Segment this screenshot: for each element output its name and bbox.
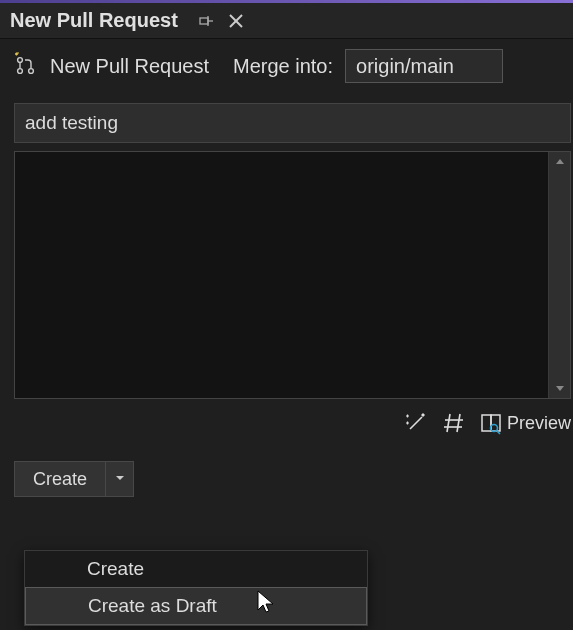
svg-rect-14 <box>491 415 500 431</box>
preview-button[interactable]: Preview <box>479 411 571 435</box>
target-branch-value: origin/main <box>356 55 454 78</box>
pr-description-container <box>14 151 571 399</box>
merge-into-label: Merge into: <box>233 55 333 78</box>
create-button-label: Create <box>33 469 87 490</box>
svg-rect-0 <box>200 18 208 24</box>
scroll-down-icon[interactable] <box>549 378 570 398</box>
menu-item-create[interactable]: Create <box>25 551 367 587</box>
menu-item-create-as-draft[interactable]: Create as Draft <box>25 587 367 625</box>
description-toolbar: Preview <box>14 403 571 443</box>
create-dropdown-menu: Create Create as Draft <box>24 550 368 626</box>
description-scrollbar[interactable] <box>548 152 570 398</box>
ai-suggest-button[interactable] <box>403 410 429 436</box>
reference-button[interactable] <box>441 410 467 436</box>
preview-label: Preview <box>507 413 571 434</box>
svg-line-10 <box>457 414 460 432</box>
panel-title: New Pull Request <box>10 9 178 32</box>
scroll-up-icon[interactable] <box>549 152 570 172</box>
svg-point-6 <box>18 69 23 74</box>
panel-header: New Pull Request <box>0 3 573 39</box>
svg-point-5 <box>18 58 23 63</box>
new-pr-icon <box>14 52 38 80</box>
svg-rect-13 <box>482 415 491 431</box>
toolbar-title: New Pull Request <box>50 55 209 78</box>
panel-header-controls <box>198 13 244 29</box>
close-icon[interactable] <box>228 13 244 29</box>
svg-point-7 <box>29 69 34 74</box>
mouse-cursor-icon <box>257 590 277 620</box>
pr-title-input[interactable] <box>14 103 571 143</box>
pr-toolbar: New Pull Request Merge into: origin/main <box>0 39 573 89</box>
target-branch-selector[interactable]: origin/main <box>345 49 503 83</box>
create-button[interactable]: Create <box>15 462 105 496</box>
chevron-down-icon <box>114 472 126 487</box>
pin-icon[interactable] <box>198 13 214 29</box>
pr-description-input[interactable] <box>15 152 548 398</box>
create-split-button: Create <box>14 461 134 497</box>
create-dropdown-toggle[interactable] <box>105 462 133 496</box>
svg-line-9 <box>447 414 450 432</box>
